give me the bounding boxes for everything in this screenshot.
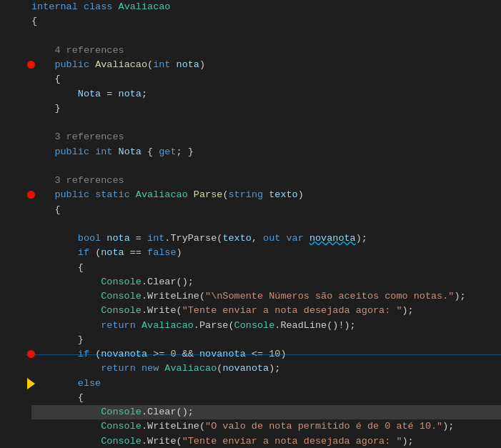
- line-number: [0, 333, 20, 347]
- line-number: [0, 319, 20, 333]
- line-number: [0, 188, 20, 202]
- line-number: [0, 116, 20, 130]
- code-line: return Avaliacao.Parse(Console.ReadLine(…: [31, 319, 501, 333]
- line-number: [0, 405, 20, 419]
- line-number: [0, 174, 20, 188]
- line-number: [0, 0, 20, 14]
- code-line: [31, 217, 501, 232]
- code-line: public int Nota { get; }: [31, 145, 501, 159]
- line-number: [0, 29, 20, 44]
- line-number: [0, 232, 20, 246]
- code-line: {: [31, 203, 501, 217]
- code-line: 4 references: [31, 44, 501, 58]
- line-number: [0, 434, 20, 449]
- line-number: [0, 362, 20, 376]
- line-numbers: [0, 0, 26, 448]
- code-line: {: [31, 72, 501, 86]
- code-line: else: [31, 377, 501, 391]
- line-number: [0, 377, 20, 391]
- code-line: Console.Clear();: [31, 405, 501, 419]
- line-number: [0, 203, 20, 217]
- code-line: public Avaliacao(int nota): [31, 58, 501, 72]
- line-number: [0, 275, 20, 289]
- execution-arrow: [27, 378, 35, 389]
- line-number: [0, 391, 20, 405]
- line-number: [0, 419, 20, 434]
- code-line: {: [31, 391, 501, 405]
- code-line: return new Avaliacao(novanota);: [31, 362, 501, 376]
- code-line: internal class Avaliacao: [31, 0, 501, 14]
- code-line: if (novanota >= 0 && novanota <= 10): [31, 347, 501, 362]
- line-number: [0, 246, 20, 260]
- code-line: }: [31, 333, 501, 347]
- code-line: Console.WriteLine("\nSomente Números são…: [31, 289, 501, 304]
- line-number: [0, 101, 20, 116]
- line-number: [0, 217, 20, 232]
- code-line: [31, 116, 501, 130]
- breakpoint-marker: [27, 350, 35, 358]
- code-line: 3 references: [31, 174, 501, 188]
- code-line: Console.Write("Tente enviar a nota desej…: [31, 434, 501, 449]
- code-line: Nota = nota;: [31, 87, 501, 101]
- line-number: [0, 130, 20, 144]
- code-line: bool nota = int.TryParse(texto, out var …: [31, 232, 501, 246]
- line-number: [0, 44, 20, 58]
- line-number: [0, 347, 20, 362]
- code-content[interactable]: internal class Avaliacao{ 4 references p…: [26, 0, 501, 448]
- code-line: if (nota == false): [31, 246, 501, 260]
- code-line: Console.Write("Tente enviar a nota desej…: [31, 304, 501, 318]
- line-number: [0, 159, 20, 174]
- line-number: [0, 87, 20, 101]
- line-number: [0, 261, 20, 275]
- line-number: [0, 58, 20, 72]
- line-number: [0, 289, 20, 304]
- line-number: [0, 145, 20, 159]
- code-editor: internal class Avaliacao{ 4 references p…: [0, 0, 501, 448]
- code-line: Console.Clear();: [31, 275, 501, 289]
- code-line: [31, 29, 501, 44]
- line-number: [0, 72, 20, 86]
- breakpoint-marker: [27, 61, 35, 69]
- code-line: public static Avaliacao Parse(string tex…: [31, 188, 501, 202]
- code-line: {: [31, 14, 501, 29]
- line-number: [0, 304, 20, 318]
- code-line: {: [31, 261, 501, 275]
- code-line: 3 references: [31, 130, 501, 144]
- code-line: Console.WriteLine("O valo de nota permit…: [31, 419, 501, 434]
- code-line: }: [31, 101, 501, 116]
- line-number: [0, 14, 20, 29]
- code-line: [31, 159, 501, 174]
